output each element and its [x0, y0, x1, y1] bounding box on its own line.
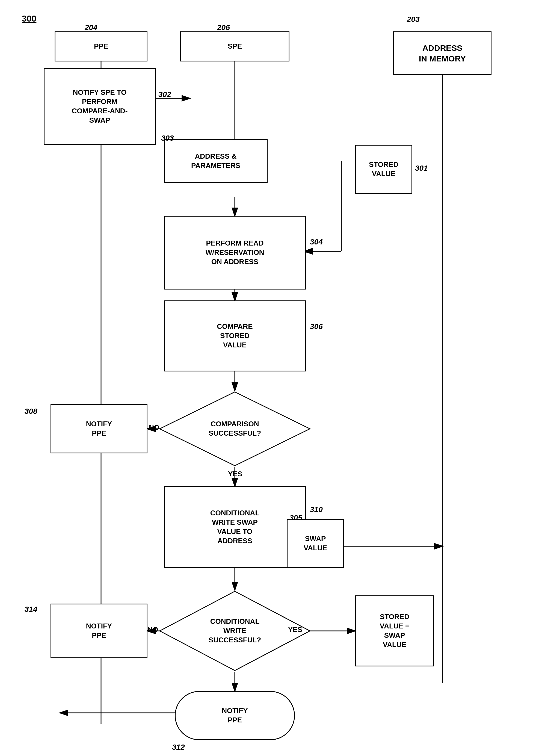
- spe-box: SPE: [180, 31, 289, 62]
- conditional-write-box: CONDITIONALWRITE SWAPVALUE TOADDRESS: [164, 486, 306, 568]
- ref-304: 304: [310, 238, 323, 246]
- ref-302: 302: [158, 90, 171, 99]
- yes-label-cond-write: YES: [288, 626, 302, 634]
- ppe-box: PPE: [55, 31, 147, 62]
- address-params-box: ADDRESS &PARAMETERS: [164, 139, 268, 183]
- no-label-cond-write: NO: [147, 626, 158, 634]
- ref-312: 312: [172, 743, 185, 752]
- compare-stored-box: COMPARESTOREDVALUE: [164, 300, 306, 371]
- diagram-title: 300: [22, 14, 36, 24]
- diagram-container: 300 204 206 203 PPE SPE ADDRESSIN MEMORY…: [0, 0, 533, 756]
- ref-310: 310: [310, 505, 323, 514]
- no-label-comparison: NO: [149, 423, 159, 432]
- ref-305: 305: [289, 513, 302, 522]
- notify-ppe-314-box: NOTIFYPPE: [50, 604, 147, 658]
- address-ref: 203: [407, 15, 420, 24]
- swap-value-box: SWAPVALUE: [287, 519, 344, 568]
- ref-301: 301: [415, 164, 428, 173]
- spe-ref: 206: [217, 23, 230, 32]
- notify-ppe-312-box: NOTIFYPPE: [175, 691, 295, 740]
- ref-303: 303: [161, 134, 174, 143]
- yes-label-comparison: YES: [228, 470, 242, 478]
- perform-read-box: PERFORM READW/RESERVATIONON ADDRESS: [164, 216, 306, 289]
- address-in-memory-box: ADDRESSIN MEMORY: [393, 31, 492, 75]
- ref-306: 306: [310, 322, 323, 331]
- notify-spe-box: NOTIFY SPE TOPERFORMCOMPARE-AND-SWAP: [44, 68, 156, 145]
- ref-308: 308: [25, 407, 38, 416]
- ppe-ref: 204: [85, 23, 97, 32]
- comparison-diamond: COMPARISONSUCCESSFUL?: [158, 391, 311, 467]
- stored-value-eq-box: STOREDVALUE =SWAPVALUE: [355, 595, 434, 666]
- ref-314: 314: [25, 605, 38, 614]
- stored-value-top-box: STOREDVALUE: [355, 145, 412, 194]
- notify-ppe-308-box: NOTIFYPPE: [50, 404, 147, 453]
